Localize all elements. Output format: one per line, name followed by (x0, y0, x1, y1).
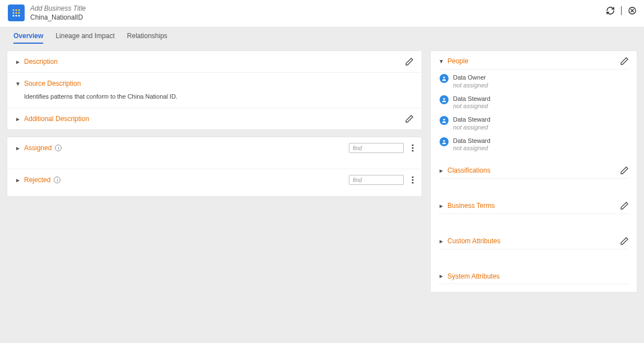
svg-point-15 (412, 176, 413, 178)
edit-people-button[interactable] (620, 57, 629, 66)
svg-point-3 (12, 12, 14, 13)
svg-point-16 (412, 179, 413, 180)
section-title: Source Description (24, 80, 81, 87)
svg-point-17 (412, 182, 413, 183)
header: Add Business Title China_NationalID (0, 0, 644, 27)
metadata-panel: ▼ People Data Owner (430, 50, 637, 293)
svg-point-8 (18, 15, 20, 16)
person-icon (440, 95, 449, 104)
find-rejected-input[interactable] (349, 175, 404, 185)
section-people: ▼ People Data Owner (431, 51, 637, 160)
close-button[interactable] (627, 6, 637, 16)
tab-lineage[interactable]: Lineage and Impact (55, 28, 114, 44)
tab-overview[interactable]: Overview (13, 28, 43, 44)
toggle-source-description[interactable]: ▼ (15, 81, 21, 87)
person-status: not assigned (453, 103, 491, 110)
section-business-terms: ► Business Terms (431, 196, 637, 231)
edit-business-terms-button[interactable] (620, 201, 629, 210)
toggle-business-terms[interactable]: ► (438, 203, 444, 209)
add-business-title[interactable]: Add Business Title (30, 4, 86, 12)
svg-point-2 (18, 9, 20, 11)
person-icon (440, 74, 449, 83)
section-title: Business Terms (447, 202, 494, 210)
person-role: Data Steward (453, 137, 491, 145)
svg-point-21 (443, 140, 445, 141)
section-title: People (447, 57, 468, 65)
toggle-classifications[interactable]: ► (438, 168, 444, 174)
section-title: Additional Description (24, 115, 89, 123)
person-icon (440, 137, 449, 146)
toggle-assigned[interactable]: ► (15, 145, 21, 151)
section-title: Classifications (447, 166, 491, 174)
person-icon (440, 116, 449, 125)
edit-custom-attributes-button[interactable] (620, 237, 629, 245)
svg-point-0 (12, 9, 14, 11)
svg-point-18 (443, 77, 445, 78)
svg-point-14 (412, 150, 413, 151)
header-separator (621, 6, 622, 15)
object-name: China_NationalID (30, 13, 86, 21)
person-row: Data Steward not assigned (440, 137, 629, 153)
person-status: not assigned (453, 82, 488, 90)
info-icon[interactable]: i (54, 177, 60, 183)
section-description: ► Description (7, 51, 422, 73)
svg-point-19 (443, 98, 445, 99)
svg-point-4 (15, 12, 17, 13)
toggle-additional-description[interactable]: ► (15, 116, 21, 122)
refresh-button[interactable] (605, 6, 615, 16)
svg-point-12 (412, 144, 413, 146)
person-row: Data Steward not assigned (440, 95, 629, 111)
section-title: System Attributes (447, 272, 500, 280)
assignment-panel: ► Assigned i ► Rejected i (7, 137, 422, 197)
svg-point-13 (412, 147, 413, 149)
section-assigned: ► Assigned i (7, 137, 422, 169)
svg-point-7 (15, 15, 17, 16)
toggle-custom-attributes[interactable]: ► (438, 238, 444, 244)
section-rejected: ► Rejected i (7, 169, 422, 196)
assigned-menu-button[interactable] (412, 144, 414, 152)
svg-point-6 (12, 15, 14, 16)
rejected-menu-button[interactable] (412, 176, 414, 184)
object-type-icon (8, 4, 25, 21)
section-title: Custom Attributes (447, 237, 501, 245)
person-role: Data Steward (453, 95, 491, 103)
section-title: Description (24, 58, 58, 66)
person-role: Data Owner (453, 74, 488, 82)
svg-point-5 (18, 12, 20, 13)
section-system-attributes: ► System Attributes (431, 266, 637, 292)
section-title: Assigned (24, 144, 52, 152)
find-assigned-input[interactable] (349, 143, 404, 153)
svg-point-1 (15, 9, 17, 11)
person-role: Data Steward (453, 116, 491, 124)
section-title: Rejected (24, 176, 50, 184)
section-custom-attributes: ► Custom Attributes (431, 231, 637, 266)
edit-description-button[interactable] (405, 57, 414, 66)
person-row: Data Steward not assigned (440, 116, 629, 132)
tab-relationships[interactable]: Relationships (127, 28, 167, 44)
person-status: not assigned (453, 124, 491, 132)
toggle-people[interactable]: ▼ (438, 58, 444, 64)
section-additional-description: ► Additional Description (7, 108, 422, 129)
toggle-system-attributes[interactable]: ► (438, 273, 444, 279)
source-description-text: Identifies patterns that conform to the … (15, 90, 414, 103)
info-icon[interactable]: i (55, 145, 62, 151)
edit-classifications-button[interactable] (620, 166, 629, 175)
edit-additional-description-button[interactable] (405, 114, 414, 123)
person-row: Data Owner not assigned (440, 74, 629, 90)
toggle-rejected[interactable]: ► (15, 177, 21, 183)
svg-point-20 (443, 119, 445, 120)
section-source-description: ▼ Source Description Identifies patterns… (7, 73, 422, 108)
toggle-description[interactable]: ► (15, 59, 21, 65)
section-classifications: ► Classifications (431, 160, 637, 196)
descriptions-panel: ► Description ▼ Source Description I (7, 50, 422, 130)
person-status: not assigned (453, 145, 491, 152)
tab-bar: Overview Lineage and Impact Relationship… (0, 27, 644, 44)
